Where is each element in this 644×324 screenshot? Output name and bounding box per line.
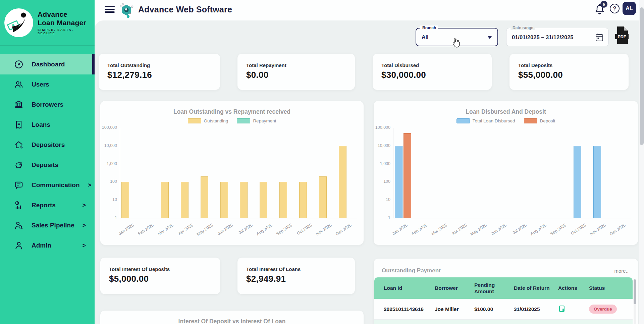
chart-card-disbursed-and-deposit: Loan Disbursed And Deposit Total Loan Di…: [374, 101, 638, 245]
sidebar-item-communication[interactable]: Communication >: [0, 175, 95, 195]
x-axis-line: [393, 218, 631, 218]
bar: [240, 182, 248, 218]
chevron-right-icon: >: [83, 222, 86, 229]
stat-label: Total Interest Of Loans: [246, 266, 301, 272]
top-bar: Advance Web Software 5 ? AL: [95, 0, 644, 20]
brand-logo-area: $ Advance Loan Manager SIMPLE. SASTA. SE…: [0, 0, 95, 46]
chart-card-interest-comparison: Interest Of Deposit vs Interest Of Loan: [100, 311, 364, 324]
sidebar-item-label: Reports: [32, 202, 56, 209]
bar: [260, 182, 267, 218]
sidebar-item-admin[interactable]: Admin >: [0, 235, 95, 256]
sidebar-item-depositors[interactable]: $ Depositors: [0, 135, 95, 155]
y-tick-label: 10: [374, 197, 390, 202]
sidebar-item-reports[interactable]: Reports >: [0, 195, 95, 215]
more-link[interactable]: more..: [614, 268, 629, 274]
report-chart-icon: [14, 201, 23, 210]
bar: [395, 146, 402, 218]
legend-swatch: [188, 118, 201, 123]
bar: [299, 182, 307, 218]
cell-date-of-return: 31/01/2025: [514, 306, 558, 312]
y-tick-label: 10: [100, 197, 117, 202]
person-icon: [14, 241, 23, 250]
calendar-icon[interactable]: [595, 33, 604, 42]
stat-card-interest-of-loans: Total Interest Of Loans $2,949.91: [237, 258, 355, 294]
chat-icon: [14, 180, 23, 190]
export-pdf-button[interactable]: PDF: [614, 26, 630, 45]
menu-toggle-icon[interactable]: [105, 6, 115, 14]
payment-wallet-icon[interactable]: [558, 305, 566, 313]
app-title: Advance Web Software: [138, 5, 232, 14]
x-axis-line: [120, 218, 357, 218]
y-tick-label: 10,000: [100, 143, 117, 148]
sidebar-item-loans[interactable]: Loans: [0, 115, 95, 135]
y-tick-label: 1: [374, 215, 390, 220]
sidebar-item-dashboard[interactable]: Dashboard: [0, 54, 95, 74]
user-avatar[interactable]: AL: [623, 2, 636, 15]
legend-swatch: [457, 118, 470, 123]
legend-label: Repayment: [253, 118, 276, 123]
sidebar-item-label: Sales Pipeline: [32, 222, 74, 229]
column-header: Loan Id: [384, 285, 435, 291]
brand-text: Advance Loan Manager SIMPLE. SASTA. SECU…: [38, 10, 91, 35]
page-scrollbar-thumb[interactable]: [640, 7, 644, 145]
dashboard-icon: [14, 60, 23, 69]
bar: [339, 146, 346, 218]
y-tick-label: 100: [100, 179, 117, 184]
column-header: Pending Amount: [474, 282, 514, 295]
date-range-input[interactable]: Date range 01/01/2025 – 31/12/2025: [506, 28, 609, 46]
legend-label: Deposit: [540, 118, 555, 123]
bar: [161, 182, 169, 218]
svg-text:$: $: [20, 145, 23, 149]
branch-select-value: All: [422, 34, 428, 40]
sidebar-item-label: Loans: [32, 121, 50, 128]
y-tick-label: 100,000: [374, 125, 390, 130]
bar: [181, 182, 189, 218]
bar: [279, 182, 287, 218]
column-header: Status: [589, 285, 633, 291]
brand-name-line1: Advance: [38, 10, 91, 18]
sidebar-item-label: Depositors: [32, 141, 65, 149]
sidebar-item-sales-pipeline[interactable]: Sales Pipeline >: [0, 215, 95, 235]
chevron-right-icon: >: [88, 182, 92, 189]
page-scrollbar-track[interactable]: [639, 0, 644, 324]
legend-item: Outstanding: [188, 118, 228, 123]
stat-label: Total Deposits: [518, 62, 552, 68]
bar-chart-plot: 1101001,00010,000100,000Jan 2025Feb 2025…: [374, 127, 638, 245]
sidebar-item-label: Admin: [32, 242, 51, 249]
sidebar-item-label: Borrowers: [32, 101, 63, 108]
users-icon: [14, 80, 23, 89]
table-header-row: Loan Id Borrower Pending Amount Date of …: [374, 277, 633, 299]
main-content: Branch All Date range 01/01/2025 – 31/12…: [95, 20, 644, 324]
help-button[interactable]: ?: [610, 4, 620, 13]
branch-select[interactable]: Branch All: [416, 28, 498, 46]
sidebar-item-borrowers[interactable]: Borrowers: [0, 95, 95, 115]
sidebar-nav: Dashboard Users Borrowers Loans $ De: [0, 54, 95, 256]
date-range-label: Date range: [511, 25, 535, 30]
stat-label: Total Interest Of Deposits: [109, 266, 170, 272]
stat-label: Total Outstanding: [107, 62, 150, 68]
cell-borrower: Joe Miller: [435, 306, 474, 312]
table-scrollbar-thumb[interactable]: [634, 279, 636, 304]
app-logo-icon: [119, 2, 134, 18]
stat-label: Total Disbursed: [381, 62, 419, 68]
bank-icon: [14, 100, 23, 109]
sidebar: $ Advance Loan Manager SIMPLE. SASTA. SE…: [0, 0, 95, 324]
chart-card-outstanding-vs-repayment: Loan Outstanding vs Repayment received O…: [100, 101, 364, 245]
chevron-right-icon: >: [82, 202, 86, 209]
y-axis-line: [120, 128, 120, 218]
stat-card-total-outstanding: Total Outstanding $12,279.16: [99, 54, 220, 90]
column-header: Actions: [558, 285, 589, 291]
cell-loan-id: 20251011143616: [384, 306, 435, 312]
legend-item: Deposit: [524, 118, 555, 123]
y-tick-label: 1,000: [374, 161, 390, 166]
bar: [574, 146, 581, 218]
sidebar-item-deposits[interactable]: Deposits: [0, 155, 95, 175]
bar: [404, 133, 411, 218]
stat-card-interest-of-deposits: Total Interest Of Deposits $5,000.00: [100, 258, 220, 294]
sidebar-item-users[interactable]: Users: [0, 74, 95, 95]
sidebar-item-label: Deposits: [32, 161, 58, 169]
y-tick-label: 100: [374, 179, 390, 184]
pdf-icon: PDF: [614, 26, 630, 45]
table-row: Overdue: [374, 320, 633, 324]
date-range-value: 01/01/2025 – 31/12/2025: [512, 34, 574, 41]
